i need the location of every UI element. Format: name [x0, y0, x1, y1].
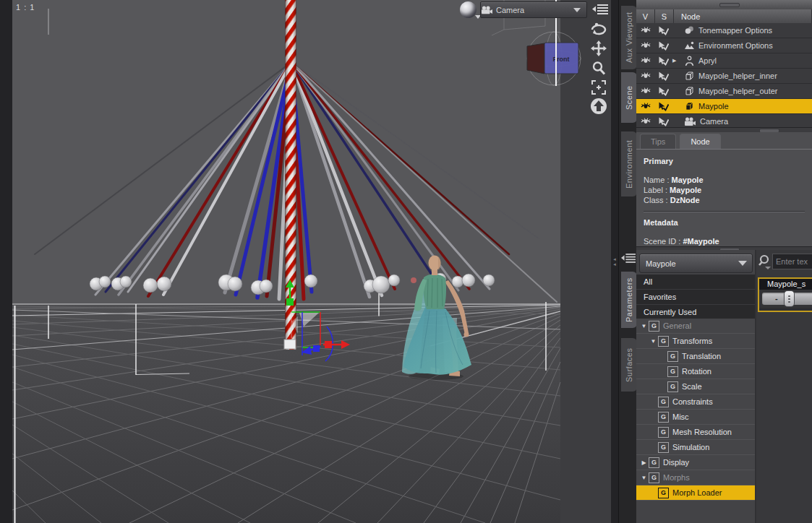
filter-favorites[interactable]: Favorites	[636, 290, 755, 305]
param-group-general[interactable]: ▼GGeneral	[636, 319, 755, 334]
daz-studio-window: Front 1 : 1 Camera	[0, 0, 812, 523]
visibility-eye-icon[interactable]	[636, 117, 654, 126]
expander-icon[interactable]: ▼	[639, 323, 649, 329]
tab-parameters[interactable]: Parameters	[621, 272, 637, 328]
scene-node-row[interactable]: Tonemapper Options	[636, 23, 812, 38]
param-group-morph-loader[interactable]: GMorph Loader	[636, 485, 755, 501]
viewport-canvas[interactable]: Front	[0, 0, 618, 523]
param-group-translation[interactable]: GTranslation	[636, 349, 755, 364]
selectable-cursor-icon[interactable]	[654, 102, 672, 111]
node-panel-tab-node[interactable]: Node	[680, 134, 720, 149]
viewport-3d[interactable]: Front 1 : 1 Camera	[0, 0, 618, 523]
tab-scene[interactable]: Scene	[621, 72, 637, 123]
zoom-tool-icon[interactable]	[587, 59, 610, 77]
scene-node-label: Tonemapper Options	[698, 26, 772, 35]
filter-currently-used[interactable]: Currently Used	[636, 305, 755, 320]
tab-surfaces[interactable]: Surfaces	[621, 338, 637, 392]
expander-icon[interactable]: ▶	[672, 58, 680, 64]
scene-node-row[interactable]: Maypole_helper_inner	[636, 69, 812, 84]
node-field-row: Class : DzNode	[644, 196, 805, 204]
parameter-slider[interactable]: -	[759, 290, 812, 308]
param-group-morphs[interactable]: ▼GMorphs	[636, 470, 755, 485]
tab-aux-viewport[interactable]: Aux Viewport	[621, 6, 637, 69]
param-group-mesh-resolution[interactable]: GMesh Resolution	[636, 425, 755, 440]
parameters-node-selector[interactable]: Maypole	[639, 254, 753, 273]
tab-environment[interactable]: Environment	[621, 131, 637, 196]
scene-node-label: Environment Options	[698, 41, 773, 50]
view-cube-front-face[interactable]: Front	[553, 56, 570, 63]
home-view-icon[interactable]	[587, 98, 610, 115]
cube-solid-icon	[684, 101, 695, 111]
scene-node-label: Maypole_helper_inner	[698, 72, 777, 80]
param-group-label: Simulation	[672, 443, 709, 451]
pan-tool-icon[interactable]	[587, 40, 610, 57]
column-node[interactable]: Node	[674, 9, 812, 23]
expander-icon[interactable]: ▶	[639, 459, 649, 466]
dock-collapse-icon[interactable]: ◄◄	[612, 257, 617, 267]
scene-node-row[interactable]: Maypole	[636, 99, 812, 114]
selectable-cursor-icon[interactable]	[654, 56, 672, 66]
param-group-misc[interactable]: GMisc	[636, 410, 755, 425]
param-group-label: Translation	[682, 352, 721, 360]
selectable-cursor-icon[interactable]	[654, 72, 672, 81]
scene-node-label: Camera	[700, 117, 728, 126]
param-group-rotation[interactable]: GRotation	[636, 364, 755, 379]
group-icon: G	[658, 397, 669, 407]
visibility-eye-icon[interactable]	[636, 26, 654, 35]
scene-node-row[interactable]: ▶Apryl	[636, 53, 812, 69]
param-group-label: Morphs	[663, 473, 690, 482]
morph-parameter-card[interactable]: Maypole_s -	[758, 277, 812, 312]
parameters-filter-list: AllFavoritesCurrently Used	[636, 275, 755, 320]
param-group-simulation[interactable]: GSimulation	[636, 440, 755, 455]
group-icon: G	[649, 321, 659, 332]
selectable-cursor-icon[interactable]	[654, 26, 672, 35]
camera-selector-label: Camera	[493, 6, 573, 14]
node-selector-label: Maypole	[640, 259, 738, 268]
parameter-search-input[interactable]	[772, 254, 812, 269]
slider-decrement[interactable]: -	[775, 293, 778, 305]
filter-all[interactable]: All	[636, 275, 755, 290]
param-group-label: Scale	[682, 382, 702, 391]
visibility-eye-icon[interactable]	[636, 72, 654, 80]
slider-handle[interactable]	[784, 290, 795, 307]
node-panel-tabbar: TipsNode	[636, 134, 812, 150]
param-group-display[interactable]: ▶GDisplay	[636, 455, 755, 470]
draw-style-sphere-icon[interactable]	[460, 1, 476, 18]
parameters-pane-menu-icon[interactable]	[620, 251, 637, 264]
node-field-row: Label : Maypole	[644, 186, 805, 194]
param-group-transforms[interactable]: ▼GTransforms	[636, 334, 755, 349]
parameters-value-column: Maypole_s -	[756, 250, 812, 523]
node-field-row: Name : Maypole	[644, 176, 805, 184]
group-icon: G	[658, 427, 669, 438]
node-panel-tab-tips[interactable]: Tips	[640, 134, 676, 149]
visibility-eye-icon[interactable]	[636, 102, 654, 111]
group-icon: G	[667, 351, 678, 362]
scene-pane-header[interactable]	[636, 0, 812, 10]
expander-icon[interactable]: ▼	[639, 475, 649, 481]
scene-tree-rows: Tonemapper OptionsEnvironment Options▶Ap…	[636, 23, 812, 129]
frame-tool-icon[interactable]	[587, 79, 610, 96]
group-icon: G	[649, 457, 659, 468]
group-icon: G	[658, 412, 669, 423]
selectable-cursor-icon[interactable]	[654, 117, 672, 126]
column-visibility[interactable]: V	[636, 9, 655, 23]
visibility-eye-icon[interactable]	[636, 41, 654, 50]
selectable-cursor-icon[interactable]	[654, 41, 672, 51]
scene-node-label: Maypole_helper_outer	[698, 87, 777, 95]
param-group-scale[interactable]: GScale	[636, 379, 755, 394]
scene-node-row[interactable]: Maypole_helper_outer	[636, 84, 812, 99]
viewport-pane-menu-icon[interactable]	[591, 2, 609, 15]
expander-icon[interactable]: ▼	[649, 338, 658, 345]
orbit-tool-icon[interactable]	[587, 20, 610, 38]
search-icon[interactable]	[758, 254, 772, 269]
visibility-eye-icon[interactable]	[636, 56, 654, 65]
scene-node-row[interactable]: Environment Options	[636, 38, 812, 53]
cube-icon	[684, 71, 695, 81]
viewport-left-margin	[0, 0, 12, 523]
figure-icon	[684, 56, 695, 66]
visibility-eye-icon[interactable]	[636, 87, 654, 95]
camera-selector[interactable]: Camera	[480, 1, 587, 18]
column-selectability[interactable]: S	[655, 9, 674, 23]
param-group-constraints[interactable]: GConstraints	[636, 394, 755, 410]
selectable-cursor-icon[interactable]	[654, 87, 672, 96]
